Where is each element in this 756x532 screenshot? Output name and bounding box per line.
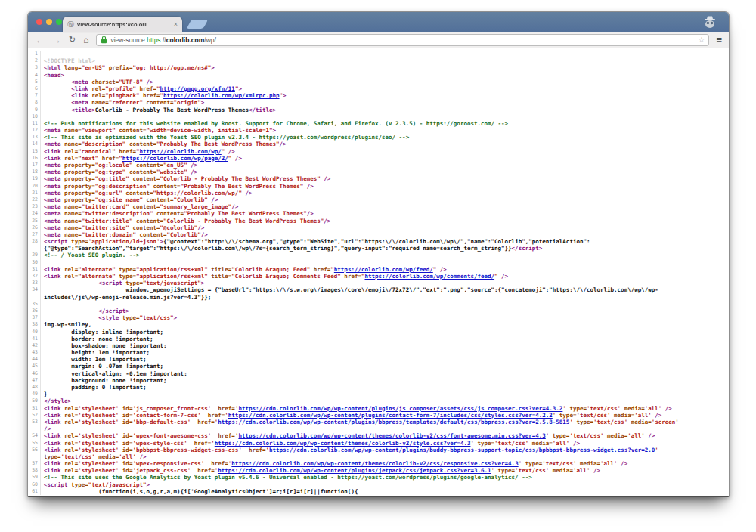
code-token: "Colorlib &raquo; Feed" (231, 266, 310, 273)
title-bar[interactable]: Ⓦ view-source:https://colorli × (28, 12, 729, 32)
source-link[interactable]: https://cdn.colorlib.com/wp/wp-content/t… (215, 440, 471, 447)
line-number: 48 (28, 384, 41, 391)
source-link[interactable]: https://cdn.colorlib.com/wp/wp-content/p… (228, 412, 553, 419)
code-text: <!-- This site is optimized with the Yoa… (44, 134, 409, 141)
code-token: media= (611, 412, 635, 419)
code-token: ' (655, 447, 658, 453)
code-token: "description" (82, 141, 126, 147)
code-token: /> (187, 169, 198, 175)
code-token: <link (44, 467, 61, 474)
code-token: media= (576, 460, 600, 467)
source-link[interactable]: https://cdn.colorlib.com/wp/wp-content/p… (218, 467, 491, 474)
tab-view-source[interactable]: Ⓦ view-source:https://colorli × (63, 17, 182, 32)
code-token (44, 99, 71, 106)
code-token: type= (573, 419, 593, 425)
source-link[interactable]: http://gmpg.org/xfn/11 (160, 85, 235, 92)
reload-button[interactable]: ↻ (65, 36, 79, 44)
source-link[interactable]: https://cdn.colorlib.com/wp/wp-content/p… (238, 405, 562, 412)
code-token: 'bpbbpst-bbpress-widget-css-css' (132, 447, 242, 453)
code-token: rel= (88, 85, 106, 92)
code-text: background: none !important; (44, 377, 167, 384)
source-link[interactable]: https://cdn.colorlib.com/wp/wp-content/t… (238, 432, 545, 439)
back-button[interactable]: ← (32, 36, 48, 45)
code-line: 45 margin: 0 .07em !important; (28, 363, 729, 370)
code-token: <link (44, 273, 61, 280)
line-number (28, 453, 41, 460)
code-text: <link rel="pingback" href="https://color… (44, 92, 287, 99)
tab-close-icon[interactable]: × (174, 21, 178, 28)
code-token: lang= (61, 64, 82, 71)
source-link[interactable]: https://colorlib.com/wp/ (139, 148, 221, 155)
code-text: <link rel="profile" href="http://gmpg.or… (44, 85, 242, 92)
line-number: 60 (28, 481, 41, 488)
code-token: id= (119, 432, 132, 439)
code-token: "og:title" (95, 175, 129, 182)
address-bar[interactable]: view-source:https://colorlib.com/wp/ ☆ (96, 34, 709, 46)
line-number: 8 (28, 99, 41, 106)
code-line: 51<link rel='stylesheet' id='js_composer… (28, 405, 729, 412)
new-tab-button[interactable] (187, 20, 208, 29)
bookmark-star-icon[interactable]: ☆ (698, 36, 705, 44)
source-link[interactable]: https://cdn.colorlib.com/wp/wp-content/p… (218, 419, 569, 425)
code-token: content= (129, 224, 160, 231)
code-token: "referrer" (109, 99, 143, 106)
line-number: 31 (28, 266, 41, 273)
source-code[interactable]: 12<!DOCTYPE html>3<html lang="en-US" pre… (28, 48, 729, 496)
code-text: <meta name="twitter:site" content="@colo… (44, 224, 204, 231)
source-link[interactable]: https://colorlib.com/wp/xmlrpc.php (163, 92, 280, 99)
source-link[interactable]: https://cdn.colorlib.com/wp/wp-content/p… (269, 447, 655, 453)
code-line: 58<link rel='stylesheet' id='jetpack_css… (28, 467, 729, 474)
close-window-button[interactable] (36, 19, 42, 25)
chrome-menu-icon[interactable]: ≡ (713, 35, 725, 45)
code-token: width: 1em !important; (44, 356, 146, 363)
code-line: 19<meta property="og:title" content="Col… (28, 175, 729, 182)
forward-button[interactable]: → (48, 36, 65, 45)
code-token: /> (197, 224, 204, 231)
code-token: property= (61, 183, 95, 190)
code-token: prefix= (105, 64, 132, 71)
code-token: content= (129, 175, 160, 182)
code-line: 4<head> (28, 72, 729, 79)
code-token: "@colorlib" (160, 224, 198, 231)
code-token: <link (44, 148, 61, 155)
code-token: href= (211, 405, 235, 412)
code-text: <link rel='stylesheet' id='wpex-style-cs… (44, 440, 580, 447)
code-token: type= (494, 467, 515, 474)
line-number: 14 (28, 141, 41, 147)
code-token (44, 280, 98, 286)
code-token: 'text/css' (593, 419, 627, 425)
code-token: 'bbp-default-css' (132, 419, 191, 425)
incognito-avatar-icon[interactable] (702, 15, 717, 29)
code-token: media= (549, 467, 573, 474)
padlock-icon[interactable] (101, 36, 107, 44)
minimize-window-button[interactable] (46, 19, 52, 25)
code-token: href= (139, 92, 160, 99)
tab-title: view-source:https://colorli (77, 21, 172, 28)
line-number: 56 (28, 447, 41, 453)
home-button[interactable]: ⌂ (79, 36, 92, 45)
code-token (44, 79, 71, 85)
code-token: "text/css" (139, 314, 173, 321)
source-link[interactable]: https://colorlib.com/wp/comments/feed/ (364, 273, 494, 280)
code-token: /> (324, 218, 330, 224)
code-text: padding: 0 !important; (44, 384, 146, 391)
line-number: 44 (28, 356, 41, 363)
code-token: id= (119, 405, 132, 412)
source-link[interactable]: https://cdn.colorlib.com/wp/wp-content/t… (231, 460, 518, 467)
source-link[interactable]: https://colorlib.com/wp/page/2/ (122, 155, 228, 162)
code-token: property= (61, 175, 95, 182)
code-text: <meta property="og:url" content="https:/… (44, 190, 252, 196)
source-link[interactable]: https://colorlib.com/wp/feed/ (334, 266, 433, 273)
code-text: <meta charset="UTF-8" /> (44, 79, 153, 85)
code-token: 'wpex-responsive-css' (132, 460, 204, 467)
line-number: 58 (28, 467, 41, 474)
code-token: 'stylesheet' (78, 405, 119, 412)
code-line: 55<link rel='stylesheet' id='wpex-style-… (28, 440, 729, 447)
code-text: <meta property="og:description" content=… (44, 183, 314, 190)
line-number: 20 (28, 183, 41, 190)
code-token: content= (116, 127, 147, 134)
code-token: /> (280, 141, 287, 147)
code-token: content= (125, 169, 156, 175)
code-token: 'js_composer_front-css' (132, 405, 211, 412)
zoom-window-button[interactable] (56, 19, 62, 25)
